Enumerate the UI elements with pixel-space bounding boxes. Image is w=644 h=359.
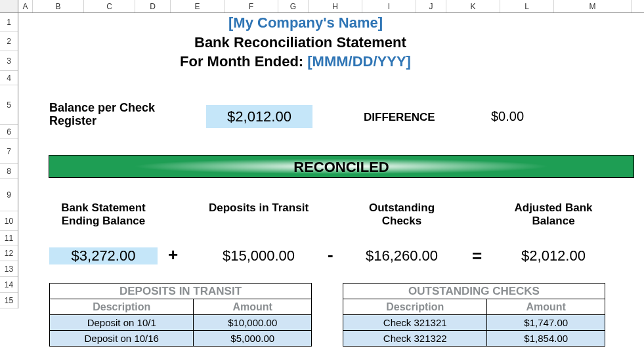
difference-label: DIFFERENCE (364, 111, 435, 124)
row-header-4[interactable]: 4 (0, 71, 18, 85)
company-name: [My Company's Name] (228, 14, 383, 32)
row-header-8[interactable]: 8 (0, 164, 18, 179)
equals-operator: = (472, 246, 482, 266)
column-header-K[interactable]: K (446, 0, 500, 12)
row-header-1[interactable]: 1 (0, 13, 18, 32)
balance-per-check-value[interactable]: $2,012.00 (206, 105, 312, 128)
row-header-5[interactable]: 5 (0, 85, 18, 125)
row-header-12[interactable]: 12 (0, 245, 18, 261)
column-header-G[interactable]: G (278, 0, 309, 12)
column-header-L[interactable]: L (500, 0, 554, 12)
column-header-B[interactable]: B (33, 0, 84, 12)
select-all-corner[interactable] (0, 0, 18, 12)
column-header-A[interactable]: A (18, 0, 33, 12)
row-header-7[interactable]: 7 (0, 139, 18, 164)
table-row[interactable]: Check 321321 $1,747.00 (343, 315, 605, 331)
column-header-I[interactable]: I (362, 0, 416, 12)
check-description: Check 321322 (343, 331, 487, 347)
row-header-6[interactable]: 6 (0, 125, 18, 139)
deposit-amount: $10,000.00 (194, 315, 312, 331)
deposit-description: Deposit on 10/1 (50, 315, 194, 331)
check-amount: $1,854.00 (487, 331, 605, 347)
column-header-D[interactable]: D (135, 0, 171, 12)
row-header-10[interactable]: 10 (0, 211, 18, 231)
table-row[interactable]: Deposit on 10/1 $10,000.00 (50, 315, 312, 331)
deposits-table-title: DEPOSITS IN TRANSIT (50, 284, 312, 299)
plus-operator: + (168, 245, 178, 265)
balance-per-check-label: Balance per Check Register (49, 102, 181, 128)
column-header-M[interactable]: M (554, 0, 632, 12)
check-description: Check 321321 (343, 315, 487, 331)
row-header-14[interactable]: 14 (0, 277, 18, 293)
column-header-C[interactable]: C (84, 0, 135, 12)
deposits-table[interactable]: DEPOSITS IN TRANSIT Description Amount D… (49, 283, 312, 347)
deposit-description: Deposit on 10/16 (50, 331, 194, 347)
table-row[interactable]: Deposit on 10/16 $5,000.00 (50, 331, 312, 347)
row-header-13[interactable]: 13 (0, 261, 18, 277)
column-header-E[interactable]: E (171, 0, 225, 12)
row-header-9[interactable]: 9 (0, 179, 18, 211)
checks-col-amount: Amount (487, 299, 605, 315)
row-header-column: 123456789101112131415 (0, 13, 18, 308)
column-header-F[interactable]: F (225, 0, 278, 12)
minus-operator: - (328, 245, 333, 265)
check-amount: $1,747.00 (487, 315, 605, 331)
document-title: Bank Reconciliation Statement (194, 34, 406, 51)
bank-ending-balance-value[interactable]: $3,272.00 (49, 247, 158, 264)
row-header-2[interactable]: 2 (0, 32, 18, 51)
adjusted-bank-balance-value[interactable]: $2,012.00 (494, 247, 612, 264)
period-line: For Month Ended: [MMM/DD/YYY] (180, 53, 411, 70)
deposits-col-description: Description (50, 299, 194, 315)
column-header-row: ABCDEFGHIJKLM (0, 0, 644, 13)
period-value: [MMM/DD/YYY] (307, 53, 411, 70)
row-header-3[interactable]: 3 (0, 51, 18, 71)
column-header-J[interactable]: J (416, 0, 446, 12)
outstanding-checks-value[interactable]: $16,260.00 (349, 247, 454, 264)
deposits-in-transit-label: Deposits in Transit (206, 201, 311, 215)
deposit-amount: $5,000.00 (194, 331, 312, 347)
outstanding-checks-label: Outstanding Checks (349, 201, 454, 227)
column-header-H[interactable]: H (309, 0, 362, 12)
bank-ending-balance-label: Bank Statement Ending Balance (49, 201, 158, 227)
checks-table[interactable]: OUTSTANDING CHECKS Description Amount Ch… (343, 283, 605, 347)
reconciled-banner: RECONCILED (49, 155, 634, 178)
spreadsheet-grid[interactable]: [My Company's Name] Bank Reconciliation … (18, 13, 644, 359)
checks-table-title: OUTSTANDING CHECKS (343, 284, 605, 299)
deposits-col-amount: Amount (194, 299, 312, 315)
table-row[interactable]: Check 321322 $1,854.00 (343, 331, 605, 347)
row-header-15[interactable]: 15 (0, 293, 18, 308)
adjusted-bank-balance-label: Adjusted Bank Balance (494, 201, 612, 227)
period-prefix: For Month Ended: (180, 53, 307, 70)
deposits-in-transit-value[interactable]: $15,000.00 (206, 247, 311, 264)
difference-value[interactable]: $0.00 (491, 109, 524, 124)
row-header-11[interactable]: 11 (0, 231, 18, 245)
checks-col-description: Description (343, 299, 487, 315)
